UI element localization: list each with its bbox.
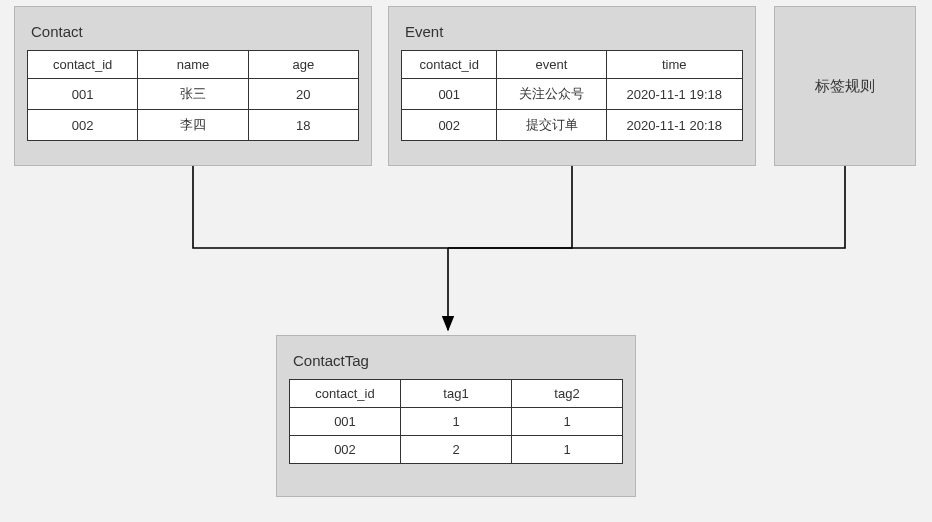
table-row: 001 张三 20 bbox=[28, 79, 359, 110]
table-row: 001 关注公众号 2020-11-1 19:18 bbox=[402, 79, 743, 110]
event-th-event: event bbox=[497, 51, 606, 79]
contact-title: Contact bbox=[31, 23, 359, 40]
arrow-rules bbox=[448, 166, 845, 248]
table-row: 002 李四 18 bbox=[28, 110, 359, 141]
contact-tag-table: contact_id tag1 tag2 001 1 1 002 2 1 bbox=[289, 379, 623, 464]
ct-th-tag1: tag1 bbox=[401, 380, 512, 408]
event-panel: Event contact_id event time 001 关注公众号 20… bbox=[388, 6, 756, 166]
contact-th-age: age bbox=[248, 51, 358, 79]
table-row: 002 2 1 bbox=[290, 436, 623, 464]
event-th-time: time bbox=[606, 51, 742, 79]
event-title: Event bbox=[405, 23, 743, 40]
diagram-canvas: Contact contact_id name age 001 张三 20 00… bbox=[0, 0, 932, 522]
contact-tag-title: ContactTag bbox=[293, 352, 623, 369]
ct-th-tag2: tag2 bbox=[512, 380, 623, 408]
arrow-contact bbox=[193, 166, 448, 248]
table-row: 002 提交订单 2020-11-1 20:18 bbox=[402, 110, 743, 141]
contact-table: contact_id name age 001 张三 20 002 李四 18 bbox=[27, 50, 359, 141]
rules-panel: 标签规则 bbox=[774, 6, 916, 166]
event-th-id: contact_id bbox=[402, 51, 497, 79]
contact-tag-panel: ContactTag contact_id tag1 tag2 001 1 1 … bbox=[276, 335, 636, 497]
event-table: contact_id event time 001 关注公众号 2020-11-… bbox=[401, 50, 743, 141]
contact-panel: Contact contact_id name age 001 张三 20 00… bbox=[14, 6, 372, 166]
arrow-event bbox=[448, 166, 572, 248]
rules-label: 标签规则 bbox=[815, 77, 875, 96]
contact-th-id: contact_id bbox=[28, 51, 138, 79]
table-row: 001 1 1 bbox=[290, 408, 623, 436]
ct-th-id: contact_id bbox=[290, 380, 401, 408]
contact-th-name: name bbox=[138, 51, 248, 79]
